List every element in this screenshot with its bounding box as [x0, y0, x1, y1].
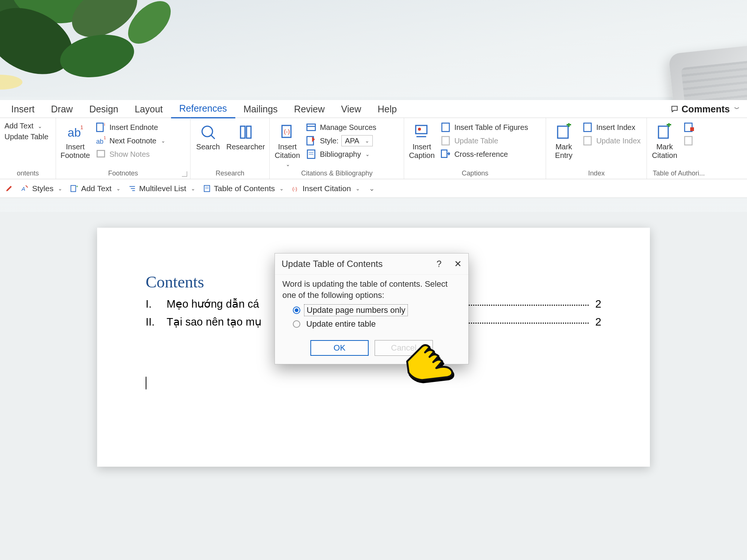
- quick-access-bar: AStyles⌄ +Add Text⌄ Multilevel List⌄ Tab…: [0, 179, 747, 198]
- svg-point-25: [418, 128, 421, 131]
- style-selector[interactable]: Style: APA⌄: [306, 135, 376, 146]
- insert-toa-icon[interactable]: [683, 122, 694, 133]
- insert-index-button[interactable]: Insert Index: [582, 122, 641, 133]
- svg-rect-29: [441, 150, 447, 158]
- cancel-button[interactable]: Cancel: [375, 340, 433, 356]
- svg-rect-9: [97, 123, 103, 132]
- group-index-label: Index: [551, 169, 642, 177]
- update-tof-button[interactable]: Update Table: [440, 135, 528, 146]
- insert-caption-button[interactable]: InsertCaption: [409, 120, 435, 160]
- group-toc-label: ontents: [4, 169, 51, 177]
- qat-styles[interactable]: AStyles⌄: [21, 184, 62, 193]
- qat-toc[interactable]: Table of Contents⌄: [203, 184, 284, 193]
- toc-leader: [448, 305, 589, 306]
- mark-citation-button[interactable]: MarkCitation: [651, 120, 678, 160]
- svg-rect-40: [685, 137, 692, 145]
- search-button[interactable]: Search: [195, 120, 221, 151]
- toc-number: I.: [146, 298, 167, 310]
- qat-overflow[interactable]: ⌄: [368, 184, 375, 193]
- svg-rect-30: [558, 126, 568, 138]
- citation-icon: (-): [278, 123, 296, 141]
- comment-icon: [670, 105, 679, 113]
- svg-rect-33: [584, 123, 591, 132]
- update-toa-icon[interactable]: [683, 135, 694, 146]
- mark-entry-button[interactable]: MarkEntry: [551, 120, 577, 160]
- show-notes-button[interactable]: Show Notes: [95, 149, 165, 160]
- group-citations: (-) InsertCitation⌄ Manage Sources Style…: [270, 118, 404, 179]
- svg-rect-18: [307, 124, 316, 131]
- svg-rect-27: [442, 123, 449, 132]
- svg-text:+: +: [76, 184, 78, 189]
- researcher-icon: [237, 123, 255, 141]
- tab-insert[interactable]: Insert: [3, 100, 43, 118]
- tab-help[interactable]: Help: [369, 100, 405, 118]
- mark-entry-icon: [555, 123, 573, 141]
- manage-sources-button[interactable]: Manage Sources: [306, 122, 376, 133]
- radio-entire-table[interactable]: Update entire table: [293, 318, 461, 330]
- svg-point-14: [202, 126, 213, 137]
- show-notes-icon: [95, 149, 106, 160]
- dialog-help-button[interactable]: ?: [437, 259, 441, 269]
- cross-ref-icon: [440, 149, 451, 160]
- group-footnotes: ab1 InsertFootnote iInsert Endnote ab1Ne…: [56, 118, 190, 179]
- comments-button[interactable]: Comments ﹀: [666, 100, 744, 118]
- svg-rect-13: [97, 150, 105, 157]
- group-captions-label: Captions: [409, 169, 541, 177]
- qat-multilevel[interactable]: Multilevel List⌄: [128, 184, 195, 193]
- tab-mailings[interactable]: Mailings: [235, 100, 286, 118]
- radio-page-numbers-only[interactable]: Update page numbers only: [293, 304, 461, 316]
- ok-button[interactable]: OK: [310, 340, 369, 356]
- tab-draw[interactable]: Draw: [43, 100, 81, 118]
- bibliography-button[interactable]: Bibliography⌄: [306, 149, 376, 160]
- footnotes-dialog-launcher[interactable]: [182, 171, 187, 177]
- insert-footnote-button[interactable]: ab1 InsertFootnote: [61, 120, 90, 160]
- insert-citation-button[interactable]: (-) InsertCitation⌄: [274, 120, 300, 167]
- add-text-button[interactable]: Add Text⌄: [4, 122, 49, 130]
- radio-icon-empty: [293, 320, 300, 328]
- next-footnote-button[interactable]: ab1Next Footnote⌄: [95, 135, 165, 146]
- word-app: Insert Draw Design Layout References Mai…: [0, 100, 747, 198]
- svg-text:(-): (-): [284, 128, 290, 135]
- svg-rect-39: [690, 127, 694, 131]
- dialog-body: Word is updating the table of contents. …: [275, 275, 468, 333]
- toc-leader: [448, 323, 589, 324]
- update-table-button[interactable]: Update Table: [4, 133, 49, 141]
- svg-text:1: 1: [80, 124, 83, 130]
- next-footnote-icon: ab1: [95, 135, 106, 146]
- toc-number: II.: [146, 316, 167, 328]
- radio-label: Update page numbers only: [304, 304, 408, 316]
- tab-view[interactable]: View: [333, 100, 369, 118]
- group-footnotes-label: Footnotes: [61, 169, 186, 177]
- toc-text: Mẹo hướng dẫn cá: [167, 298, 259, 310]
- style-dropdown[interactable]: APA⌄: [341, 135, 373, 146]
- svg-rect-28: [442, 137, 449, 145]
- qat-add-text[interactable]: +Add Text⌄: [70, 184, 120, 193]
- caption-icon: [413, 123, 431, 141]
- tab-review[interactable]: Review: [286, 100, 333, 118]
- group-toa-label: Table of Authori...: [651, 169, 706, 177]
- update-index-button[interactable]: Update Index: [582, 135, 641, 146]
- text-cursor: [146, 377, 146, 389]
- qat-pen-icon[interactable]: [5, 184, 13, 193]
- group-index: MarkEntry Insert Index Update Index Inde…: [546, 118, 647, 179]
- svg-line-15: [211, 135, 215, 139]
- toc-text: Tại sao nên tạo mụ: [167, 315, 261, 328]
- tab-design[interactable]: Design: [81, 100, 127, 118]
- bibliography-icon: [306, 149, 317, 160]
- tab-layout[interactable]: Layout: [127, 100, 171, 118]
- insert-endnote-button[interactable]: iInsert Endnote: [95, 122, 165, 133]
- manage-sources-icon: [306, 122, 317, 133]
- dialog-message: Word is updating the table of contents. …: [282, 279, 461, 301]
- dialog-close-button[interactable]: ✕: [454, 259, 462, 269]
- researcher-button[interactable]: Researcher: [226, 120, 265, 151]
- cross-reference-button[interactable]: Cross-reference: [440, 149, 528, 160]
- group-research: Search Researcher Research: [190, 118, 270, 179]
- insert-tof-button[interactable]: Insert Table of Figures: [440, 122, 528, 133]
- group-toa: MarkCitation Table of Authori...: [647, 118, 710, 179]
- insert-index-icon: [582, 122, 593, 133]
- ribbon: Add Text⌄ Update Table ontents ab1 Inser…: [0, 118, 747, 179]
- svg-text:ab: ab: [96, 138, 103, 145]
- tab-references[interactable]: References: [171, 99, 235, 118]
- qat-insert-citation[interactable]: (-)Insert Citation⌄: [291, 184, 360, 193]
- svg-rect-24: [416, 125, 427, 134]
